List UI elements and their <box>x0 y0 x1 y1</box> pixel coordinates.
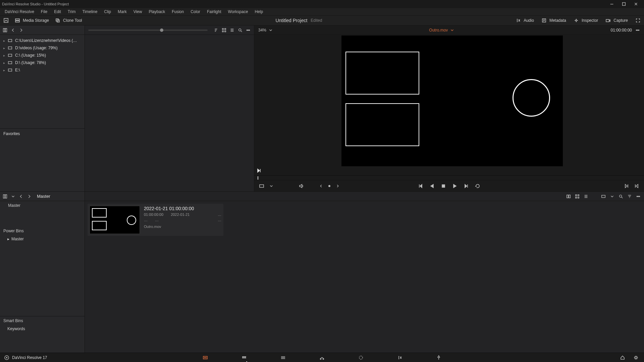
panel-layout-icon[interactable] <box>3 194 7 199</box>
page-deliver-button[interactable] <box>435 354 443 362</box>
placeholder-rect <box>345 52 419 95</box>
storage-item[interactable]: ▸D:\ (Usage: 78%) <box>0 59 85 66</box>
page-fusion-button[interactable] <box>318 354 326 362</box>
metadata-view-button[interactable] <box>566 194 571 199</box>
list-view-button[interactable] <box>230 28 234 33</box>
play-button[interactable] <box>452 183 458 189</box>
chevron-down-icon[interactable] <box>11 194 15 199</box>
bin-breadcrumb[interactable]: Master <box>37 194 50 199</box>
viewer-canvas-area[interactable] <box>254 35 644 175</box>
page-cut-button[interactable] <box>240 354 248 362</box>
page-color-button[interactable] <box>357 354 365 362</box>
jog-prev-button[interactable] <box>319 184 323 188</box>
smart-bin-keywords[interactable]: Keywords <box>0 325 85 333</box>
search-button[interactable] <box>619 194 623 199</box>
menu-fusion[interactable]: Fusion <box>168 9 187 15</box>
jog-next-button[interactable] <box>335 184 340 188</box>
window-maximize-button[interactable] <box>618 0 630 8</box>
filter-button[interactable] <box>627 194 632 199</box>
svg-point-53 <box>635 357 637 359</box>
clip-card[interactable]: 2022-01-21 01:00:00:00 01:00:00:00 2022-… <box>88 204 223 236</box>
storage-item[interactable]: ▸E:\ <box>0 66 85 74</box>
go-to-start-button[interactable] <box>418 183 423 189</box>
volume-button[interactable] <box>299 183 304 189</box>
inspector-panel-button[interactable]: Inspector <box>574 18 598 23</box>
svg-rect-2 <box>15 19 19 20</box>
nav-forward-button[interactable] <box>19 28 23 33</box>
drive-icon <box>8 53 12 58</box>
loop-button[interactable] <box>475 183 480 189</box>
storage-item[interactable]: ▸D:\videos (Usage: 79%) <box>0 44 85 52</box>
window-minimize-button[interactable] <box>606 0 618 8</box>
more-options-button[interactable] <box>246 28 251 33</box>
clone-tool-button[interactable]: Clone Tool <box>55 18 82 23</box>
thumbnail-size-slider[interactable] <box>88 29 208 31</box>
list-view-button[interactable] <box>584 194 588 199</box>
menu-playback[interactable]: Playback <box>145 9 168 15</box>
chevron-down-icon[interactable] <box>268 28 273 33</box>
svg-rect-11 <box>8 40 12 42</box>
go-to-end-button[interactable] <box>464 183 469 189</box>
menu-davinci-resolve[interactable]: DaVinci Resolve <box>1 9 38 15</box>
bin-label: Master <box>11 237 24 241</box>
svg-point-21 <box>247 29 247 30</box>
chevron-down-icon[interactable] <box>269 184 274 188</box>
layout-dropdown-button[interactable] <box>3 18 9 23</box>
capture-panel-button[interactable]: Capture <box>605 18 628 23</box>
match-frame-button[interactable] <box>259 183 264 189</box>
panel-layout-icon[interactable] <box>3 28 7 33</box>
chevron-down-icon[interactable] <box>450 28 454 33</box>
menu-file[interactable]: File <box>38 9 51 15</box>
power-bin-master[interactable]: ▸Master <box>0 235 85 243</box>
menu-color[interactable]: Color <box>187 9 204 15</box>
viewer-clip-name[interactable]: Outro.mov <box>429 28 448 33</box>
nav-back-button[interactable] <box>11 28 15 33</box>
page-media-button[interactable] <box>201 354 209 362</box>
menu-edit[interactable]: Edit <box>51 9 64 15</box>
menu-help[interactable]: Help <box>251 9 266 15</box>
fullscreen-toggle-button[interactable] <box>635 18 641 23</box>
menu-mark[interactable]: Mark <box>114 9 130 15</box>
menu-fairlight[interactable]: Fairlight <box>204 9 225 15</box>
menu-clip[interactable]: Clip <box>101 9 114 15</box>
nav-forward-button[interactable] <box>27 194 32 199</box>
audio-panel-button[interactable]: Audio <box>516 18 534 23</box>
svg-rect-8 <box>606 19 609 22</box>
bin-master[interactable]: Master <box>0 201 85 210</box>
storage-item[interactable]: ▸C:\ (Usage: 15%) <box>0 52 85 59</box>
sort-button[interactable] <box>214 28 218 33</box>
menu-view[interactable]: View <box>130 9 146 15</box>
window-close-button[interactable] <box>630 0 642 8</box>
storage-item[interactable]: ▸C:\Users\Lizenznehmer\Videos (… <box>0 37 85 44</box>
viewer-scrubber[interactable] <box>254 175 644 180</box>
project-settings-button[interactable] <box>633 355 639 360</box>
chevron-down-icon[interactable] <box>610 194 614 199</box>
storage-browser-panel <box>85 25 254 191</box>
thumbnail-view-button[interactable] <box>575 194 580 199</box>
grid-view-button[interactable] <box>222 28 226 33</box>
nav-back-button[interactable] <box>19 194 23 199</box>
media-storage-button[interactable]: Media Storage <box>15 18 49 23</box>
more-options-button[interactable] <box>636 194 641 199</box>
app-logo-icon <box>4 355 9 360</box>
bin-display-button[interactable] <box>601 194 606 199</box>
viewer-more-button[interactable] <box>635 28 640 33</box>
svg-rect-37 <box>578 197 579 198</box>
metadata-panel-button[interactable]: Metadata <box>541 18 566 23</box>
menu-workspace[interactable]: Workspace <box>225 9 252 15</box>
stop-button[interactable] <box>441 183 446 189</box>
mark-in-button[interactable] <box>624 183 629 189</box>
search-button[interactable] <box>238 28 243 33</box>
play-reverse-button[interactable] <box>429 183 435 189</box>
menu-timeline[interactable]: Timeline <box>79 9 101 15</box>
home-button[interactable] <box>620 355 625 360</box>
skip-to-end-overlay-icon[interactable] <box>256 168 262 173</box>
page-fairlight-button[interactable] <box>396 354 404 362</box>
mark-out-button[interactable] <box>634 183 639 189</box>
playhead-icon[interactable] <box>258 176 258 180</box>
svg-point-7 <box>576 20 577 21</box>
page-edit-button[interactable] <box>279 354 287 362</box>
menu-trim[interactable]: Trim <box>64 9 79 15</box>
viewer-zoom-value[interactable]: 34% <box>258 28 266 33</box>
svg-point-44 <box>6 357 7 358</box>
